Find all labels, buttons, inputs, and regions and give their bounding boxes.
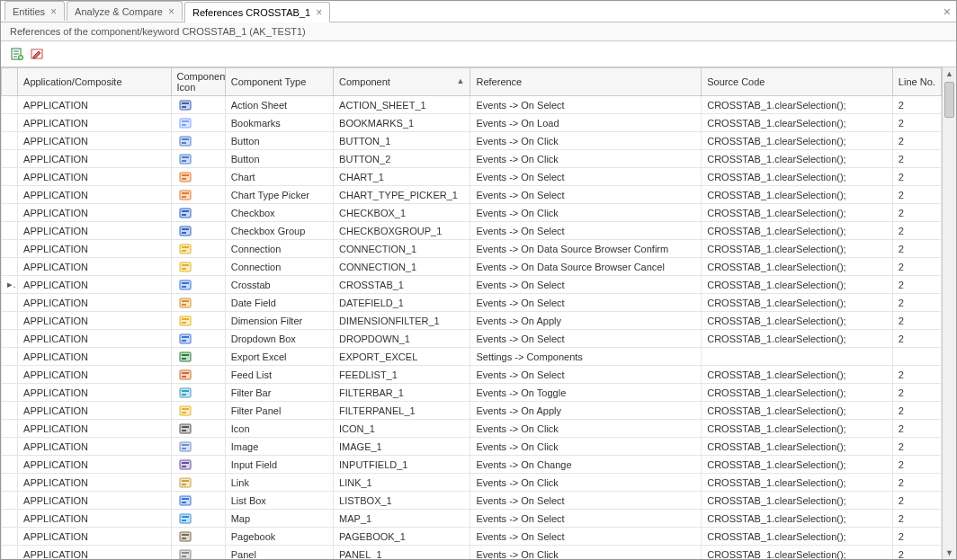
cell-source-code: CROSSTAB_1.clearSelection(); (702, 438, 893, 456)
table-row[interactable]: APPLICATIONIconICON_1Events -> On ClickC… (2, 420, 942, 438)
component-icon (179, 404, 193, 417)
col-source-code[interactable]: Source Code (702, 68, 893, 96)
cell-reference: Events -> On Select (470, 510, 702, 528)
row-marker (2, 546, 18, 560)
cell-reference: Events -> On Click (470, 420, 702, 438)
table-row[interactable]: APPLICATIONFeed ListFEEDLIST_1Events -> … (2, 366, 942, 384)
table-row[interactable]: APPLICATIONExport ExcelEXPORT_EXCELSetti… (2, 348, 942, 366)
table-row[interactable]: APPLICATIONPanelPANEL_1Events -> On Clic… (2, 546, 942, 560)
export-icon[interactable] (10, 47, 24, 61)
tab-bar: Entities×Analyze & Compare×References CR… (1, 1, 956, 22)
cell-component-icon (171, 474, 225, 492)
table-row[interactable]: APPLICATIONDate FieldDATEFIELD_1Events -… (2, 294, 942, 312)
vertical-scrollbar[interactable]: ▲ ▼ (942, 67, 956, 559)
svg-rect-53 (182, 394, 186, 396)
cell-component-icon (171, 456, 225, 474)
col-component[interactable]: Component ▲ (334, 68, 470, 96)
cell-component-type: Icon (225, 420, 333, 438)
cell-source-code: CROSSTAB_1.clearSelection(); (702, 330, 893, 348)
tab-2[interactable]: References CROSSTAB_1× (184, 2, 330, 22)
cell-component: ACTION_SHEET_1 (334, 96, 470, 114)
table-row[interactable]: APPLICATIONBookmarksBOOKMARKS_1Events ->… (2, 114, 942, 132)
table-row[interactable]: APPLICATIONInput FieldINPUTFIELD_1Events… (2, 456, 942, 474)
table-row[interactable]: APPLICATIONDimension FilterDIMENSIONFILT… (2, 312, 942, 330)
table-row[interactable]: APPLICATIONMapMAP_1Events -> On SelectCR… (2, 510, 942, 528)
scroll-thumb[interactable] (944, 82, 954, 118)
svg-rect-43 (182, 336, 189, 338)
cell-component-icon (171, 204, 225, 222)
cell-component-icon (171, 96, 225, 114)
component-icon (179, 458, 193, 471)
row-marker (2, 258, 18, 276)
cell-component-icon (171, 402, 225, 420)
table-row[interactable]: APPLICATIONFilter BarFILTERBAR_1Events -… (2, 384, 942, 402)
cell-line-no: 2 (892, 186, 941, 204)
scroll-down-icon[interactable]: ▼ (945, 547, 953, 559)
cell-component-icon (171, 312, 225, 330)
cell-line-no: 2 (892, 528, 941, 546)
cell-component: BOOKMARKS_1 (334, 114, 470, 132)
table-row[interactable]: APPLICATIONChart Type PickerCHART_TYPE_P… (2, 186, 942, 204)
row-marker (2, 132, 18, 150)
tab-1[interactable]: Analyze & Compare× (67, 1, 183, 21)
cell-component: CONNECTION_1 (334, 240, 470, 258)
table-row[interactable]: APPLICATIONDropdown BoxDROPDOWN_1Events … (2, 330, 942, 348)
svg-rect-69 (180, 496, 191, 505)
component-icon (179, 512, 193, 525)
scroll-track[interactable] (943, 80, 956, 547)
row-marker (2, 384, 18, 402)
table-row[interactable]: APPLICATIONPagebookPAGEBOOK_1Events -> O… (2, 528, 942, 546)
cell-source-code: CROSSTAB_1.clearSelection(); (702, 510, 893, 528)
cell-reference: Events -> On Load (470, 114, 702, 132)
svg-rect-3 (180, 101, 191, 110)
cell-component-type: Link (225, 474, 333, 492)
cell-component: EXPORT_EXCEL (334, 348, 470, 366)
cell-reference: Events -> On Select (470, 492, 702, 510)
table-row[interactable]: APPLICATIONButtonBUTTON_1Events -> On Cl… (2, 132, 942, 150)
table-row[interactable]: ▸APPLICATIONCrosstabCROSSTAB_1Events -> … (2, 276, 942, 294)
table-row[interactable]: APPLICATIONLinkLINK_1Events -> On ClickC… (2, 474, 942, 492)
col-component-icon[interactable]: Component Icon (171, 68, 225, 96)
tab-0[interactable]: Entities× (4, 1, 65, 21)
component-icon (179, 387, 193, 399)
table-row[interactable]: APPLICATIONButtonBUTTON_2Events -> On Cl… (2, 150, 942, 168)
cell-component: DROPDOWN_1 (334, 330, 470, 348)
table-row[interactable]: APPLICATIONFilter PanelFILTERPANEL_1Even… (2, 402, 942, 420)
tabbar-close-icon[interactable]: × (944, 4, 951, 19)
cell-component-type: Image (225, 438, 333, 456)
table-row[interactable]: APPLICATIONList BoxLISTBOX_1Events -> On… (2, 492, 942, 510)
cell-line-no: 2 (892, 438, 941, 456)
table-row[interactable]: APPLICATIONChartCHART_1Events -> On Sele… (2, 168, 942, 186)
svg-rect-49 (182, 372, 189, 374)
tab-close-icon[interactable]: × (168, 6, 174, 17)
edit-icon[interactable] (30, 47, 44, 61)
row-marker (2, 366, 18, 384)
component-icon (179, 297, 193, 309)
col-component-type[interactable]: Component Type (225, 68, 333, 96)
cell-source-code: CROSSTAB_1.clearSelection(); (702, 168, 893, 186)
svg-rect-48 (180, 370, 191, 379)
col-reference[interactable]: Reference (470, 68, 702, 96)
cell-component: CHECKBOX_1 (334, 204, 470, 222)
svg-rect-66 (180, 478, 191, 487)
col-line-no[interactable]: Line No. (892, 68, 941, 96)
cell-component-icon (171, 150, 225, 168)
table-scroll[interactable]: Application/Composite Component Icon Com… (1, 67, 942, 559)
table-row[interactable]: APPLICATIONImageIMAGE_1Events -> On Clic… (2, 438, 942, 456)
tab-close-icon[interactable]: × (50, 6, 57, 17)
svg-rect-78 (180, 550, 191, 559)
toolbar (1, 41, 956, 67)
tab-close-icon[interactable]: × (316, 7, 322, 18)
table-row[interactable]: APPLICATIONAction SheetACTION_SHEET_1Eve… (2, 96, 942, 114)
col-application[interactable]: Application/Composite (18, 68, 171, 96)
svg-rect-65 (182, 466, 186, 467)
scroll-up-icon[interactable]: ▲ (945, 67, 953, 80)
table-row[interactable]: APPLICATIONConnectionCONNECTION_1Events … (2, 240, 942, 258)
component-icon (179, 548, 193, 559)
col-rowmark[interactable] (2, 68, 18, 96)
table-row[interactable]: APPLICATIONConnectionCONNECTION_1Events … (2, 258, 942, 276)
table-row[interactable]: APPLICATIONCheckboxCHECKBOX_1Events -> O… (2, 204, 942, 222)
cell-source-code: CROSSTAB_1.clearSelection(); (702, 240, 893, 258)
cell-component-icon (171, 384, 225, 402)
table-row[interactable]: APPLICATIONCheckbox GroupCHECKBOXGROUP_1… (2, 222, 942, 240)
